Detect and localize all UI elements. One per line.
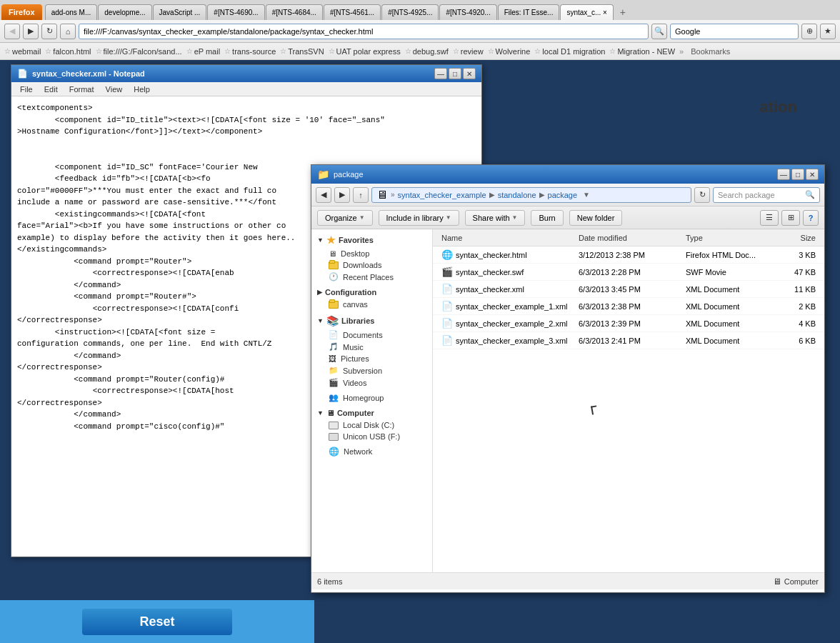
organize-arrow-icon: ▼ (359, 214, 365, 221)
new-tab-button[interactable]: + (614, 4, 631, 20)
bookmark-uat[interactable]: UAT polar express (329, 47, 401, 56)
sidebar-item-music[interactable]: 🎵 Music (311, 341, 432, 353)
view-preview-button[interactable]: ⊞ (781, 210, 800, 226)
explorer-up-button[interactable]: ↑ (353, 187, 369, 203)
address-bar[interactable]: file:///F:/canvas/syntax_checker_example… (79, 24, 649, 39)
new-folder-button[interactable]: New folder (569, 210, 623, 226)
computer-header[interactable]: ▼ 🖥 Computer (311, 407, 432, 419)
sidebar-item-desktop[interactable]: 🖥 Desktop (311, 248, 432, 259)
file-size: 4 KB (776, 319, 819, 328)
sidebar-item-canvas[interactable]: canvas (311, 299, 432, 310)
forward-button[interactable]: ▶ (23, 24, 39, 39)
sidebar-item-homegroup[interactable]: 👥 Homegroup (311, 392, 432, 404)
bookmark-transsvn[interactable]: TransSVN (280, 47, 324, 56)
tab-javascript[interactable]: JavaScript ... (153, 4, 207, 20)
back-button[interactable]: ◀ (4, 24, 20, 39)
sidebar-item-pictures[interactable]: 🖼 Pictures (311, 353, 432, 364)
desktop-label: Desktop (341, 249, 369, 258)
configuration-header[interactable]: ▶ Configuration (311, 286, 432, 299)
bookmark-mail[interactable]: eP mail (186, 47, 220, 56)
explorer-search-input[interactable]: Search package 🔍 (713, 187, 820, 203)
header-size[interactable]: Size (776, 234, 819, 242)
breadcrumb-syntax[interactable]: syntax_checker_example (398, 191, 486, 199)
tab-developme[interactable]: developme... (98, 4, 151, 20)
sidebar-item-documents[interactable]: 📄 Documents (311, 329, 432, 341)
bookmark-debug[interactable]: debug.swf (405, 47, 449, 56)
star-button[interactable]: ★ (820, 24, 836, 39)
sidebar-item-cdrive[interactable]: Local Disk (C:) (311, 419, 432, 431)
tab-syntax[interactable]: syntax_c... × (560, 4, 613, 20)
bookmark-webmail[interactable]: webmail (4, 47, 41, 56)
bookmark-review[interactable]: review (453, 47, 484, 56)
zoom-button[interactable]: ⊕ (801, 24, 817, 39)
bookmark-migration[interactable]: Migration - NEW (609, 47, 675, 56)
bookmark-wolverine[interactable]: Wolverine (488, 47, 531, 56)
header-date[interactable]: Date modified (576, 234, 683, 242)
file-date: 6/3/2013 3:45 PM (576, 285, 683, 294)
explorer-minimize-button[interactable]: — (777, 169, 790, 180)
reload-button[interactable]: ↻ (41, 24, 57, 39)
notepad-menu-file[interactable]: File (14, 85, 39, 94)
explorer-refresh-button[interactable]: ↻ (694, 187, 710, 203)
search-go-button[interactable]: 🔍 (651, 24, 667, 39)
bookmark-falcon[interactable]: falcon.html (45, 47, 91, 56)
sidebar-item-videos[interactable]: 🎬 Videos (311, 377, 432, 389)
explorer-close-button[interactable]: ✕ (806, 169, 819, 180)
breadcrumb-package[interactable]: package (548, 191, 578, 199)
more-bookmarks[interactable]: » (679, 47, 684, 56)
organize-button[interactable]: Organize ▼ (317, 210, 373, 226)
downloads-folder-icon (329, 261, 339, 269)
notepad-minimize-button[interactable]: — (434, 68, 447, 79)
bookmark-trans[interactable]: trans-source (224, 47, 276, 56)
favorites-header[interactable]: ▼ ★ Favorites (311, 232, 432, 248)
search-bar[interactable]: Google (670, 24, 799, 39)
tab-nts4561[interactable]: #[NTS-4561... (324, 4, 381, 20)
view-details-button[interactable]: ☰ (760, 210, 779, 226)
tab-nts4920[interactable]: #[NTS-4920... (439, 4, 496, 20)
bookmark-gfalcon[interactable]: file:///G:/Falcon/sand... (96, 47, 182, 56)
sidebar-item-downloads[interactable]: Downloads (311, 259, 432, 271)
sidebar-item-network[interactable]: 🌐 Network (311, 445, 432, 458)
table-row[interactable]: 🎬 syntax_checker.swf 6/3/2013 2:28 PM SW… (433, 264, 824, 281)
table-row[interactable]: 🌐 syntax_checker.html 3/12/2013 2:38 PM … (433, 246, 824, 264)
sidebar-item-recent[interactable]: 🕐 Recent Places (311, 271, 432, 283)
notepad-close-button[interactable]: ✕ (463, 68, 476, 79)
table-row[interactable]: 📄 syntax_checker_example_1.xml 6/3/2013 … (433, 298, 824, 315)
tab-addons[interactable]: add-ons M... (45, 4, 98, 20)
table-row[interactable]: 📄 syntax_checker_example_3.xml 6/3/2013 … (433, 332, 824, 349)
share-with-button[interactable]: Share with ▼ (465, 210, 526, 226)
table-row[interactable]: 📄 syntax_checker.xml 6/3/2013 3:45 PM XM… (433, 281, 824, 298)
notepad-menu-view[interactable]: View (100, 85, 129, 94)
file-name-cell: 🌐 syntax_checker.html (439, 249, 576, 260)
breadcrumb-dropdown[interactable]: ▼ (583, 191, 590, 199)
notepad-menu-format[interactable]: Format (64, 85, 100, 94)
tab-nts4684[interactable]: #[NTS-4684... (266, 4, 323, 20)
header-type[interactable]: Type (683, 234, 776, 242)
notepad-menu-help[interactable]: Help (128, 85, 156, 94)
explorer-maximize-button[interactable]: □ (791, 169, 804, 180)
tab-files[interactable]: Files: IT Esse... (498, 4, 560, 20)
firefox-button[interactable]: Firefox (1, 4, 42, 20)
breadcrumb-standalone[interactable]: standalone (498, 191, 536, 199)
explorer-address-bar[interactable]: 🖥 » syntax_checker_example ▶ standalone … (371, 187, 691, 203)
tab-nts4690[interactable]: #[NTS-4690... (207, 4, 264, 20)
bookmark-d1[interactable]: local D1 migration (534, 47, 605, 56)
tab-nts4925[interactable]: #[NTS-4925... (381, 4, 439, 20)
notepad-maximize-button[interactable]: □ (449, 68, 461, 79)
notepad-menu-edit[interactable]: Edit (39, 85, 64, 94)
music-icon: 🎵 (329, 342, 339, 352)
sidebar-item-fdrive[interactable]: Unicon USB (F:) (311, 431, 432, 442)
explorer-forward-button[interactable]: ▶ (334, 187, 350, 203)
sidebar-item-subversion[interactable]: 📁 Subversion (311, 364, 432, 377)
table-row[interactable]: 📄 syntax_checker_example_2.xml 6/3/2013 … (433, 315, 824, 332)
libraries-header[interactable]: ▼ 📚 Libraries (311, 313, 432, 329)
home-button[interactable]: ⌂ (60, 24, 76, 39)
burn-button[interactable]: Burn (531, 210, 563, 226)
include-library-button[interactable]: Include in library ▼ (379, 210, 459, 226)
bottom-bar: Reset (0, 600, 314, 643)
explorer-back-button[interactable]: ◀ (316, 187, 331, 203)
header-name[interactable]: Name (439, 234, 576, 242)
reset-button[interactable]: Reset (82, 609, 231, 635)
file-name: syntax_checker_example_2.xml (456, 319, 568, 328)
help-button[interactable]: ? (803, 210, 819, 226)
